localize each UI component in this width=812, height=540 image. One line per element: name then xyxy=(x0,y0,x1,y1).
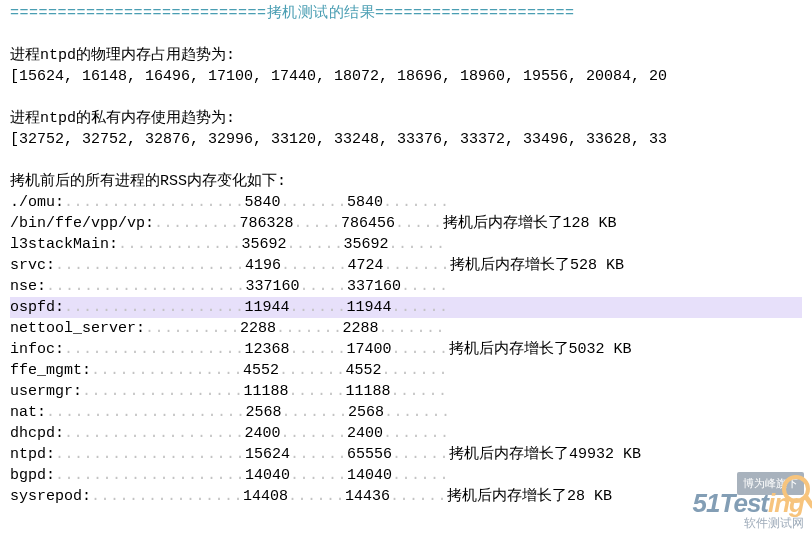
process-name: ospfd: xyxy=(10,297,64,318)
rss-after: 11944 xyxy=(347,297,392,318)
filler-dots: ...... xyxy=(392,444,449,465)
filler-dots: ...... xyxy=(290,297,347,318)
filler-dots: ....... xyxy=(281,192,348,213)
filler-dots: ....... xyxy=(279,360,346,381)
filler-dots: ...... xyxy=(290,339,347,360)
process-name: infoc: xyxy=(10,339,64,360)
filler-dots: ...... xyxy=(392,297,449,318)
blank-line xyxy=(10,24,802,45)
filler-dots: ...... xyxy=(290,444,347,465)
filler-dots: ..................... xyxy=(46,276,246,297)
filler-dots: ....... xyxy=(282,402,349,423)
filler-dots: ...... xyxy=(288,486,345,507)
delta-note: 拷机后内存增长了128 KB xyxy=(443,213,617,234)
process-name: /bin/ffe/vpp/vp: xyxy=(10,213,154,234)
filler-dots: ...... xyxy=(290,465,347,486)
filler-dots: ...... xyxy=(391,381,448,402)
filler-dots: ..................... xyxy=(46,402,246,423)
filler-dots: ....... xyxy=(281,255,348,276)
filler-dots: ..... xyxy=(395,213,443,234)
filler-dots: ....... xyxy=(276,318,343,339)
filler-dots: ....... xyxy=(281,423,348,444)
table-row: ffe_mgmt:................4552.......4552… xyxy=(10,360,802,381)
filler-dots: ................... xyxy=(64,423,245,444)
rss-after: 11188 xyxy=(346,381,391,402)
rss-before: 35692 xyxy=(242,234,287,255)
rss-before: 4552 xyxy=(243,360,279,381)
rss-after: 337160 xyxy=(347,276,401,297)
rss-before: 2400 xyxy=(245,423,281,444)
filler-dots: ................. xyxy=(82,381,244,402)
filler-dots: .......... xyxy=(145,318,240,339)
filler-dots: .................... xyxy=(55,465,245,486)
section-rss-header: 拷机前后的所有进程的RSS内存变化如下: xyxy=(10,171,802,192)
process-name: ntpd: xyxy=(10,444,55,465)
rss-before: 11188 xyxy=(244,381,289,402)
output-log: ===========================拷机测试的结果======… xyxy=(0,0,812,540)
filler-dots: ..... xyxy=(294,213,342,234)
section-priv-header: 进程ntpd的私有内存使用趋势为: xyxy=(10,108,802,129)
filler-dots: ................ xyxy=(91,486,243,507)
rss-after: 65556 xyxy=(347,444,392,465)
rss-after: 4724 xyxy=(348,255,384,276)
table-row: ./omu:...................5840.......5840… xyxy=(10,192,802,213)
priv-values: [32752, 32752, 32876, 32996, 33120, 3324… xyxy=(10,129,802,150)
filler-dots: ....... xyxy=(383,423,450,444)
delta-note: 拷机后内存增长了49932 KB xyxy=(449,444,641,465)
filler-dots: ...... xyxy=(390,486,447,507)
table-row: bgpd:....................14040......1404… xyxy=(10,465,802,486)
blank-line xyxy=(10,87,802,108)
delta-note: 拷机后内存增长了28 KB xyxy=(447,486,612,507)
process-name: l3stackMain: xyxy=(10,234,118,255)
filler-dots: ................... xyxy=(64,339,245,360)
filler-dots: ...... xyxy=(287,234,344,255)
title-row: ===========================拷机测试的结果======… xyxy=(10,3,802,24)
title-text: ===========================拷机测试的结果======… xyxy=(10,3,575,24)
table-row: usermgr:.................11188......1118… xyxy=(10,381,802,402)
process-name: usermgr: xyxy=(10,381,82,402)
rss-after: 35692 xyxy=(344,234,389,255)
rss-after: 2288 xyxy=(343,318,379,339)
filler-dots: ..... xyxy=(401,276,449,297)
rss-after: 17400 xyxy=(347,339,392,360)
filler-dots: .................... xyxy=(55,255,245,276)
rss-after: 14436 xyxy=(345,486,390,507)
rss-table: ./omu:...................5840.......5840… xyxy=(10,192,802,507)
rss-before: 5840 xyxy=(245,192,281,213)
filler-dots: ....... xyxy=(382,360,449,381)
rss-before: 14040 xyxy=(245,465,290,486)
rss-before: 4196 xyxy=(245,255,281,276)
blank-line xyxy=(10,150,802,171)
process-name: ffe_mgmt: xyxy=(10,360,91,381)
filler-dots: ....... xyxy=(384,402,451,423)
rss-before: 14408 xyxy=(243,486,288,507)
table-row: nse:.....................337160.....3371… xyxy=(10,276,802,297)
process-name: nse: xyxy=(10,276,46,297)
phys-values: [15624, 16148, 16496, 17100, 17440, 1807… xyxy=(10,66,802,87)
process-name: nat: xyxy=(10,402,46,423)
filler-dots: ....... xyxy=(379,318,446,339)
filler-dots: ...... xyxy=(289,381,346,402)
filler-dots: ................... xyxy=(64,192,245,213)
process-name: sysrepod: xyxy=(10,486,91,507)
table-row: dhcpd:...................2400.......2400… xyxy=(10,423,802,444)
table-row: ntpd:....................15624......6555… xyxy=(10,444,802,465)
process-name: bgpd: xyxy=(10,465,55,486)
rss-after: 2400 xyxy=(347,423,383,444)
table-row: l3stackMain:.............35692......3569… xyxy=(10,234,802,255)
filler-dots: ....... xyxy=(384,255,451,276)
filler-dots: ......... xyxy=(154,213,240,234)
rss-before: 12368 xyxy=(245,339,290,360)
filler-dots: ................... xyxy=(64,297,245,318)
table-row: nettool_server:..........2288.......2288… xyxy=(10,318,802,339)
table-row: srvc:....................4196.......4724… xyxy=(10,255,802,276)
filler-dots: ................ xyxy=(91,360,243,381)
table-row: nat:.....................2568.......2568… xyxy=(10,402,802,423)
table-row: infoc:...................12368......1740… xyxy=(10,339,802,360)
filler-dots: ............. xyxy=(118,234,242,255)
rss-before: 15624 xyxy=(245,444,290,465)
rss-before: 786328 xyxy=(240,213,294,234)
rss-after: 786456 xyxy=(341,213,395,234)
filler-dots: ..... xyxy=(300,276,348,297)
table-row: ospfd:...................11944......1194… xyxy=(10,297,802,318)
